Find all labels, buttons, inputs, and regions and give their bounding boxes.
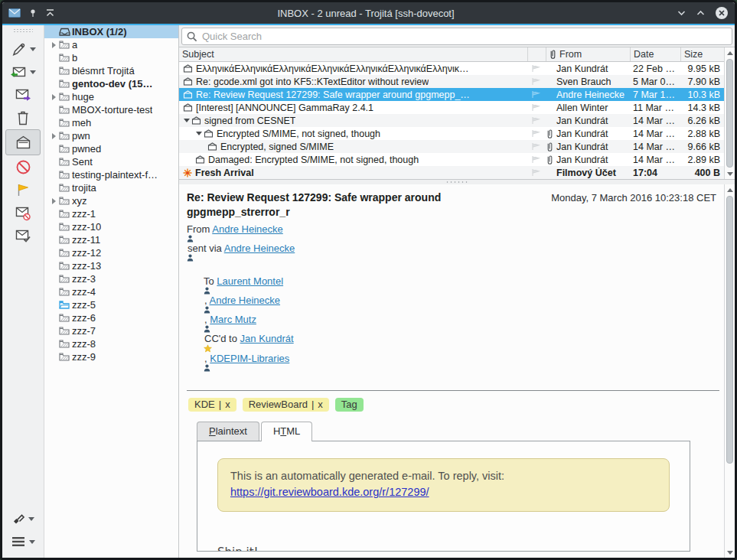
- message-list-scrollbar[interactable]: [724, 47, 735, 179]
- recipient-link[interactable]: Laurent Montel: [217, 275, 283, 287]
- tag-pill[interactable]: KDE|x: [188, 398, 236, 412]
- compose-button[interactable]: [5, 37, 41, 60]
- folder-row[interactable]: zzz-10: [44, 220, 178, 233]
- sender-link[interactable]: Andre Heinecke: [212, 223, 283, 235]
- folder-row[interactable]: gentoo-dev (15…: [44, 77, 178, 90]
- tab-plaintext[interactable]: Plaintext: [197, 422, 259, 441]
- folder-row[interactable]: zzz-4: [44, 285, 178, 298]
- message-view-scrollbar[interactable]: [724, 184, 735, 558]
- message-row[interactable]: Re: gcode.xml got into KF5::KTextEditor …: [179, 75, 724, 88]
- folder-row[interactable]: zzz-8: [44, 337, 178, 350]
- recipient-link[interactable]: Marc Mutz: [210, 314, 256, 325]
- cc-link[interactable]: Jan Kundrát: [240, 333, 294, 344]
- scroll-down-icon[interactable]: [725, 168, 735, 179]
- trash-icon: [15, 110, 31, 126]
- message-row-selected[interactable]: Re: Review Request 127299: Safe wrapper …: [179, 88, 724, 101]
- expand-arrow-icon[interactable]: [49, 133, 59, 139]
- folder-row[interactable]: a: [44, 38, 178, 51]
- folder-row[interactable]: zzz-12: [44, 246, 178, 259]
- tag-pill[interactable]: ReviewBoard|x: [243, 398, 329, 412]
- tab-html[interactable]: HTML: [261, 422, 312, 441]
- column-header-from[interactable]: From: [546, 47, 631, 61]
- add-tag-button[interactable]: Tag: [335, 398, 364, 412]
- column-header-size[interactable]: Size: [681, 47, 724, 61]
- folder-row[interactable]: meh: [44, 116, 178, 129]
- cc-link[interactable]: KDEPIM-Libraries: [210, 353, 289, 364]
- folder-row[interactable]: zzz-7: [44, 324, 178, 337]
- message-row[interactable]: ΕλληνικάΕλληνικάΕλληνικάΕλληνικάΕλληνικά…: [179, 62, 724, 75]
- menu-button[interactable]: [5, 530, 41, 553]
- folder-row[interactable]: trojita: [44, 181, 178, 194]
- flag-placeholder-icon: [531, 103, 541, 112]
- folder-row[interactable]: zzz-9: [44, 350, 178, 363]
- collapse-arrow-icon[interactable]: [194, 132, 203, 135]
- maximize-icon[interactable]: [696, 9, 706, 17]
- scrollbar-thumb[interactable]: [726, 196, 733, 464]
- column-header-flag[interactable]: [528, 47, 546, 61]
- pin-icon[interactable]: [28, 8, 38, 18]
- scroll-up-icon[interactable]: [725, 184, 735, 195]
- mark-read-button[interactable]: [5, 129, 41, 155]
- expand-arrow-icon[interactable]: [49, 94, 59, 100]
- folder-row[interactable]: zzz-1: [44, 207, 178, 220]
- folder-row[interactable]: blésmrt Trojitá: [44, 64, 178, 77]
- message-row[interactable]: Encrypted S/MIME, not signed, though Jan…: [179, 127, 724, 140]
- not-junk-button[interactable]: [5, 224, 41, 247]
- recipient-link[interactable]: Andre Heinecke: [210, 295, 281, 306]
- mail-read-icon: [183, 90, 193, 99]
- minimize-icon[interactable]: [677, 9, 686, 17]
- message-row[interactable]: Encrypted, signed S/MIME Jan Kundrát 14 …: [179, 140, 724, 153]
- reply-button[interactable]: [5, 60, 41, 83]
- column-header-subject[interactable]: Subject: [179, 47, 528, 61]
- folder-row[interactable]: zzz-13: [44, 259, 178, 272]
- folder-row[interactable]: zzz-3: [44, 272, 178, 285]
- remove-tag-icon[interactable]: x: [225, 399, 230, 410]
- forward-button[interactable]: [5, 83, 41, 106]
- toolbar-drag-handle[interactable]: [13, 28, 33, 33]
- shade-icon[interactable]: [45, 8, 55, 18]
- folder-row[interactable]: MBOX-torture-test: [44, 103, 178, 116]
- folder-row-open[interactable]: zzz-5: [44, 298, 178, 311]
- message-row[interactable]: [Interest] [ANNOUNCE] GammaRay 2.4.1 All…: [179, 101, 724, 114]
- flag-button[interactable]: [5, 178, 41, 201]
- remove-tag-icon[interactable]: x: [318, 399, 323, 410]
- quick-search: [181, 28, 732, 45]
- folder-icon: [59, 340, 72, 348]
- folder-row[interactable]: huge: [44, 90, 178, 103]
- folder-row[interactable]: zzz-6: [44, 311, 178, 324]
- message-row-unread[interactable]: Fresh Arrival Filmový Účet 17:04 400 B: [179, 166, 724, 179]
- scrollbar-thumb[interactable]: [726, 59, 733, 168]
- flag-icon: [15, 182, 31, 197]
- folder-row[interactable]: xyz: [44, 194, 178, 207]
- folder-row[interactable]: b: [44, 51, 178, 64]
- folder-icon: [59, 236, 72, 244]
- scroll-up-icon[interactable]: [725, 47, 735, 58]
- folder-row[interactable]: testing-plaintext-f…: [44, 168, 178, 181]
- sender-via-link[interactable]: Andre Heinecke: [224, 243, 295, 254]
- review-link[interactable]: https://git.reviewboard.kde.org/r/127299…: [230, 486, 429, 498]
- folder-row[interactable]: zzz-11: [44, 233, 178, 246]
- expand-arrow-icon[interactable]: [49, 42, 59, 48]
- folder-row-inbox[interactable]: INBOX (1/2): [44, 25, 178, 38]
- folder-icon: [59, 132, 72, 140]
- junk-button[interactable]: [5, 201, 41, 224]
- folder-row[interactable]: pwned: [44, 142, 178, 155]
- folder-row[interactable]: pwn: [44, 129, 178, 142]
- folder-row[interactable]: Sent: [44, 155, 178, 168]
- scroll-down-icon[interactable]: [725, 547, 735, 558]
- close-icon[interactable]: [715, 6, 729, 20]
- spam-button[interactable]: [5, 155, 41, 178]
- person-icon: [204, 364, 721, 372]
- paperclip-icon: [546, 129, 556, 139]
- search-input[interactable]: [181, 28, 732, 45]
- column-header-date[interactable]: Date: [631, 47, 681, 61]
- expand-arrow-icon[interactable]: [49, 198, 59, 204]
- folder-icon: [59, 145, 72, 153]
- tag-button[interactable]: [5, 507, 41, 530]
- collapse-arrow-icon[interactable]: [182, 119, 191, 122]
- chevron-down-icon: [28, 517, 34, 521]
- message-row[interactable]: Damaged: Encrypted S/MIME, not signed, t…: [179, 153, 724, 166]
- message-row[interactable]: signed from CESNET Jan Kundrát 14 Mar … …: [179, 114, 724, 127]
- folder-icon: [59, 262, 72, 270]
- delete-button[interactable]: [5, 106, 41, 129]
